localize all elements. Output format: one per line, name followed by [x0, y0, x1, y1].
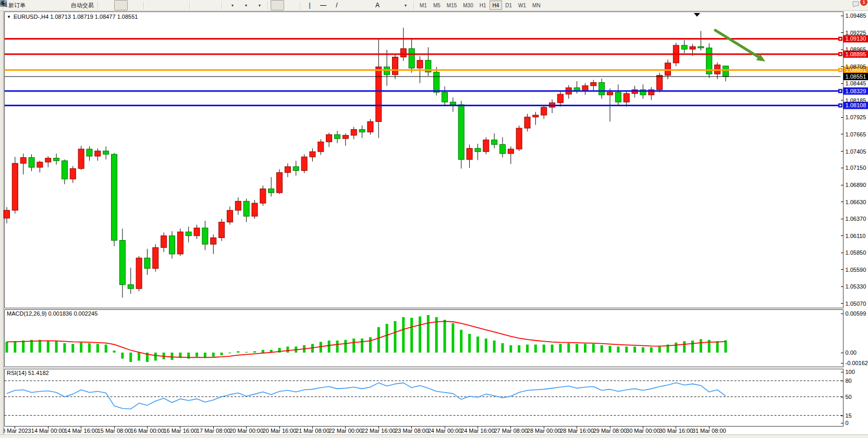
macd-histogram-bar: [121, 353, 124, 359]
horizontal-line-button[interactable]: —: [316, 0, 330, 10]
price-badge-label: 1.08329: [846, 88, 866, 94]
auto-scroll-button[interactable]: [192, 0, 206, 10]
time-tick-label: 13 Mar 2023: [0, 428, 31, 434]
text-label-button[interactable]: T: [384, 0, 398, 10]
rsi-pane[interactable]: [5, 369, 843, 427]
candle: [169, 236, 175, 254]
timeframe-mn-button[interactable]: MN: [529, 1, 544, 10]
tile-windows-button[interactable]: [174, 0, 187, 10]
candle: [450, 102, 456, 105]
zoom-in-button[interactable]: [146, 0, 160, 10]
candle: [690, 46, 695, 49]
candle: [516, 128, 522, 149]
candle: [243, 201, 249, 216]
rsi-axis-label: 100: [846, 369, 855, 375]
timeframe-w1-button[interactable]: W1: [515, 1, 529, 10]
timeframe-h4-button[interactable]: H4: [490, 1, 503, 10]
timeframe-m15-button[interactable]: M15: [444, 1, 460, 10]
time-axis[interactable]: 13 Mar 202314 Mar 00:0014 Mar 16:0015 Ma…: [0, 427, 726, 434]
macd-histogram-bar: [154, 353, 157, 360]
candlestick-type-button[interactable]: [114, 0, 128, 10]
zoom-out-button[interactable]: [160, 0, 174, 10]
vertical-line-button[interactable]: |: [303, 0, 316, 10]
chevron-down-icon[interactable]: ▼: [7, 15, 11, 19]
candle: [475, 148, 481, 152]
macd-histogram-bar: [228, 353, 231, 353]
price-tick-label: 1.07925: [846, 114, 866, 120]
macd-histogram-bar: [328, 341, 331, 353]
line-anchor-dot: [840, 53, 841, 55]
new-order-button[interactable]: 新订单: [5, 0, 27, 10]
macd-histogram-bar: [435, 317, 438, 353]
timeframe-h1-button[interactable]: H1: [476, 1, 490, 10]
price-axis[interactable]: 1.091301.088951.086511.085511.083291.081…: [841, 16, 868, 304]
candle: [103, 151, 109, 154]
candle: [112, 154, 117, 240]
macd-histogram-bar: [691, 341, 694, 353]
rsi-indicator-label: RSI(14) 51.4182: [7, 370, 49, 376]
indicators-button[interactable]: ▼: [252, 0, 265, 10]
trendline-button[interactable]: /: [330, 0, 344, 10]
fibonacci-button[interactable]: F: [357, 0, 371, 10]
timeframe-d1-button[interactable]: D1: [502, 1, 515, 10]
candle: [557, 94, 563, 103]
auto-trading-button[interactable]: 自动交易: [68, 0, 95, 10]
candle: [657, 76, 663, 90]
candle: [483, 140, 489, 152]
macd-histogram-bar: [377, 327, 380, 353]
main-pane[interactable]: [5, 12, 843, 308]
market-watch-button[interactable]: [27, 0, 41, 10]
macd-histogram-bar: [171, 353, 174, 360]
macd-histogram-bar: [526, 345, 529, 353]
macd-histogram-bar: [683, 341, 686, 353]
candle: [70, 169, 76, 179]
macd-histogram-bar: [410, 318, 413, 353]
macd-histogram-bar: [369, 337, 372, 353]
candle: [235, 201, 241, 210]
macd-axis-label: -0.001625: [846, 360, 868, 366]
candle: [161, 236, 167, 248]
search-button[interactable]: [835, 0, 848, 10]
notification-count-badge: 1: [860, 0, 867, 6]
text-button[interactable]: A: [371, 0, 384, 10]
toolbar-separator: [97, 2, 99, 9]
price-tick-label: 1.05330: [846, 283, 866, 290]
candle: [467, 148, 472, 159]
arrows-button[interactable]: ▼: [398, 0, 411, 10]
new-chart-button[interactable]: ▼: [225, 0, 238, 10]
macd-histogram-bar: [47, 341, 50, 353]
navigator-button[interactable]: [54, 0, 68, 10]
chart-canvas[interactable]: 1.091301.088951.086511.085511.083291.081…: [0, 0, 868, 438]
candle: [87, 149, 92, 156]
price-tick-label: 1.08185: [846, 97, 866, 104]
candle: [409, 48, 414, 68]
toolbar-separator: [267, 2, 268, 9]
equidistant-channel-button[interactable]: E: [344, 0, 357, 10]
chart-shift-button[interactable]: [206, 0, 219, 10]
macd-histogram-bar: [262, 350, 264, 353]
timeframe-m5-button[interactable]: M5: [430, 1, 444, 10]
bar-chart-type-button[interactable]: [101, 0, 114, 10]
notifications-button[interactable]: 1: [851, 0, 865, 10]
macd-histogram-bar: [543, 345, 545, 353]
timeframe-m1-button[interactable]: M1: [417, 1, 430, 10]
macd-histogram-bar: [71, 344, 74, 353]
candle: [599, 82, 605, 95]
timeframe-m30-button[interactable]: M30: [460, 1, 476, 10]
macd-histogram-bar: [352, 339, 355, 353]
macd-histogram-bar: [534, 345, 537, 353]
time-tick-label: 22 Mar 00:00: [328, 428, 362, 434]
price-badge-label: 1.08551: [846, 73, 866, 80]
profiles-button[interactable]: ▼: [238, 0, 252, 10]
rsi-axis-label: 15: [846, 412, 852, 419]
macd-histogram-bar: [286, 346, 289, 353]
data-window-button[interactable]: [41, 0, 54, 10]
macd-histogram-bar: [559, 344, 561, 353]
macd-histogram-bar: [601, 345, 603, 353]
crosshair-button[interactable]: [284, 0, 298, 10]
cursor-button[interactable]: [271, 0, 284, 10]
candle: [4, 210, 10, 218]
candle: [310, 152, 315, 157]
line-chart-type-button[interactable]: [128, 0, 141, 10]
price-tick-label: 1.09225: [846, 30, 866, 36]
